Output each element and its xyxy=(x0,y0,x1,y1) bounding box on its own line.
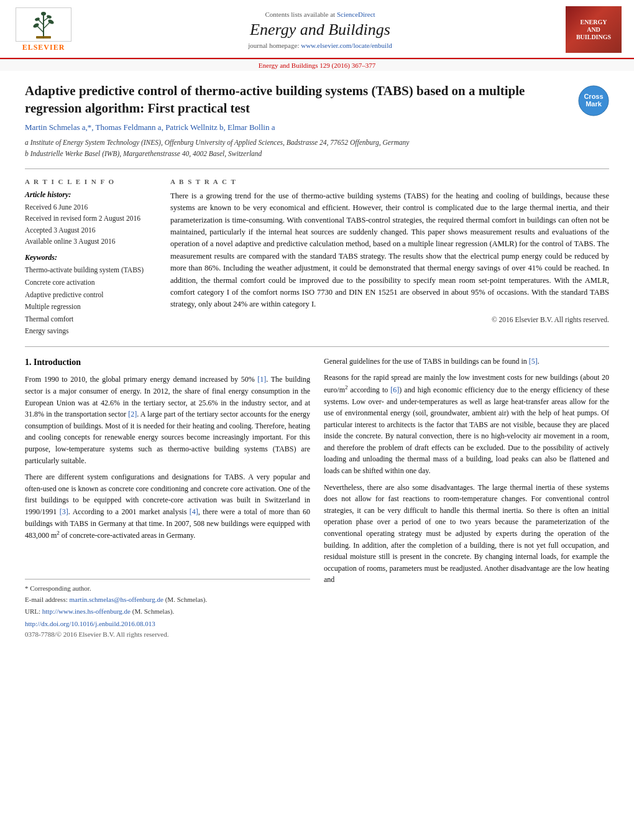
divider-1 xyxy=(25,168,609,169)
sciencedirect-link[interactable]: ScienceDirect xyxy=(337,11,375,18)
footnote-section: * Corresponding author. E-mail address: … xyxy=(25,579,310,617)
ref-4[interactable]: [4] xyxy=(190,507,198,516)
received-date: Received 6 June 2016 xyxy=(25,201,155,213)
body-col-left: 1. Introduction From 1990 to 2010, the g… xyxy=(25,356,310,640)
keyword-3: Adaptive predictive control xyxy=(25,289,155,302)
journal-center: Contents lists available at ScienceDirec… xyxy=(75,11,566,49)
keyword-5: Thermal comfort xyxy=(25,313,155,326)
abstract-heading: A B S T R A C T xyxy=(170,178,609,185)
divider-2 xyxy=(25,346,609,347)
article-info-left: A R T I C L E I N F O Article history: R… xyxy=(25,178,155,338)
elsevier-text: ELSEVIER xyxy=(22,43,65,52)
history-title: Article history: xyxy=(25,190,155,200)
issn-line: 0378-7788/© 2016 Elsevier B.V. All right… xyxy=(25,629,310,640)
body-col-right: General guidelines for the use of TABS i… xyxy=(324,356,609,640)
elsevier-logo: ELSEVIER xyxy=(12,7,75,52)
section1-heading: 1. Introduction xyxy=(25,356,310,369)
footnote-email: E-mail address: martin.schmelas@hs-offen… xyxy=(25,594,310,605)
copyright-line: © 2016 Elsevier B.V. All rights reserved… xyxy=(170,316,609,323)
ref-5[interactable]: [5] xyxy=(529,357,538,366)
journal-homepage-link[interactable]: www.elsevier.com/locate/enbuild xyxy=(301,42,392,49)
keyword-6: Energy savings xyxy=(25,325,155,338)
elsevier-logo-box xyxy=(16,7,71,42)
ref-6[interactable]: [6] xyxy=(390,385,399,394)
sciencedirect-line: Contents lists available at ScienceDirec… xyxy=(87,11,553,18)
keyword-4: Multiple regression xyxy=(25,301,155,313)
ref-1[interactable]: [1] xyxy=(257,375,266,384)
body-columns: 1. Introduction From 1990 to 2010, the g… xyxy=(25,356,609,640)
journal-homepage: journal homepage: www.elsevier.com/locat… xyxy=(87,42,553,49)
doi-line: http://dx.doi.org/10.1016/j.enbuild.2016… xyxy=(25,619,310,629)
svg-text:Cross: Cross xyxy=(584,93,603,100)
article-title-block: Adaptive predictive control of thermo-ac… xyxy=(25,82,569,160)
svg-point-10 xyxy=(41,12,46,16)
keyword-2: Concrete core activation xyxy=(25,277,155,289)
abstract-text: There is a growing trend for the use of … xyxy=(170,190,609,311)
elsevier-logo-svg xyxy=(17,9,70,40)
main-content: Adaptive predictive control of thermo-ac… xyxy=(0,71,634,651)
revised-date: Received in revised form 2 August 2016 xyxy=(25,213,155,224)
article-info-row: A R T I C L E I N F O Article history: R… xyxy=(25,178,609,338)
body-para-5: Nevertheless, there are also some disadv… xyxy=(324,482,609,586)
journal-logo-right: ENERGYANDBUILDINGS xyxy=(566,6,622,53)
journal-title: Energy and Buildings xyxy=(87,21,553,39)
affiliation-b: b Industrielle Werke Basel (IWB), Margar… xyxy=(25,149,569,159)
accepted-date: Accepted 3 August 2016 xyxy=(25,224,155,236)
available-date: Available online 3 August 2016 xyxy=(25,236,155,247)
body-para-1: From 1990 to 2010, the global primary en… xyxy=(25,374,310,466)
footnote-corresponding: * Corresponding author. xyxy=(25,583,310,594)
ref-2[interactable]: [2] xyxy=(128,410,137,418)
keywords-section: Keywords: Thermo-activate building syste… xyxy=(25,253,155,337)
ref-3[interactable]: [3] xyxy=(60,507,68,516)
article-title: Adaptive predictive control of thermo-ac… xyxy=(25,82,569,118)
keywords-heading: Keywords: xyxy=(25,253,155,262)
article-info-heading: A R T I C L E I N F O xyxy=(25,178,155,185)
affiliation-a: a Institute of Energy System Technology … xyxy=(25,137,569,147)
page: ELSEVIER Contents lists available at Sci… xyxy=(0,0,634,840)
journal-header: ELSEVIER Contents lists available at Sci… xyxy=(0,0,634,59)
article-title-section: Adaptive predictive control of thermo-ac… xyxy=(25,82,609,160)
footnote-url: URL: http://www.ines.hs-offenburg.de (M.… xyxy=(25,606,310,617)
email-link-1[interactable]: martin.schmelas@hs-offenburg.de xyxy=(69,596,163,603)
url-link-1[interactable]: http://www.ines.hs-offenburg.de xyxy=(42,607,131,615)
body-para-2: There are different system configuration… xyxy=(25,471,310,542)
abstract-section: A B S T R A C T There is a growing trend… xyxy=(170,178,609,338)
body-para-4: Reasons for the rapid spread are mainly … xyxy=(324,372,609,476)
article-history: Article history: Received 6 June 2016 Re… xyxy=(25,190,155,247)
crossmark-logo: Cross Mark xyxy=(578,85,609,116)
svg-text:Mark: Mark xyxy=(586,100,602,108)
keyword-1: Thermo-activate building system (TABS) xyxy=(25,264,155,277)
doi-link[interactable]: http://dx.doi.org/10.1016/j.enbuild.2016… xyxy=(25,620,155,627)
journal-issue-line: Energy and Buildings 129 (2016) 367–377 xyxy=(0,59,634,71)
body-para-3: General guidelines for the use of TABS i… xyxy=(324,356,609,367)
authors-line: Martin Schmelas a,*, Thomas Feldmann a, … xyxy=(25,122,569,132)
